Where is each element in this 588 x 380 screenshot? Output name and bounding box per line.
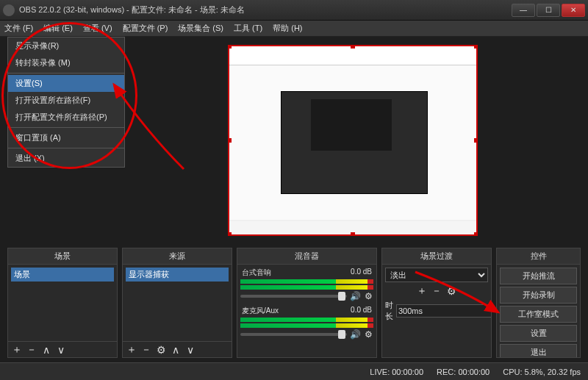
audio-meter [240,323,373,328]
mixer-panel: 混音器 台式音响 0.0 dB 🔊 ⚙ 麦克风/Aux 0.0 dB [237,248,377,358]
mixer-channel: 麦克风/Aux 0.0 dB 🔊 ⚙ [240,306,373,340]
remove-transition-button[interactable]: － [431,285,442,297]
menu-file[interactable]: 文件 (F) [4,23,33,34]
window-titlebar: OBS 22.0.2 (32-bit, windows) - 配置文件: 未命名… [0,0,588,21]
preview-nested-window [281,91,428,194]
resize-handle[interactable] [228,138,232,143]
preview-content [229,46,476,65]
status-live: LIVE: 00:00:00 [370,368,423,376]
menu-item-settings[interactable]: 设置(S) [8,75,124,92]
add-scene-button[interactable]: ＋ [11,344,23,356]
file-menu-dropdown: 显示录像(R) 转封装录像 (M) 设置(S) 打开设置所在路径(F) 打开配置… [7,37,125,168]
menu-item-open-profile-path[interactable]: 打开配置文件所在路径(P) [8,109,124,126]
source-up-button[interactable]: ∧ [170,344,182,356]
close-button[interactable]: ✕ [562,4,585,17]
add-transition-button[interactable]: ＋ [416,285,428,297]
studio-mode-button[interactable]: 工作室模式 [500,306,577,323]
window-title: OBS 22.0.2 (32-bit, windows) - 配置文件: 未命名… [19,4,512,15]
sources-panel: 来源 显示器捕获 ＋ － ⚙ ∧ ∨ [122,248,232,358]
scene-up-button[interactable]: ∧ [40,344,52,356]
source-down-button[interactable]: ∨ [184,344,196,356]
scene-down-button[interactable]: ∨ [55,344,67,356]
menu-help[interactable]: 帮助 (H) [273,23,302,34]
source-list-item[interactable]: 显示器捕获 [126,268,229,282]
menu-view[interactable]: 查看 (V) [83,23,112,34]
app-icon [3,4,15,16]
menu-item-always-on-top[interactable]: 窗口置顶 (A) [8,129,124,146]
resize-handle[interactable] [474,45,478,49]
preview-area [132,40,573,240]
resize-handle[interactable] [474,232,478,236]
menu-item-exit[interactable]: 退出 (X) [8,150,124,167]
scenes-panel: 场景 场景 ＋ － ∧ ∨ [7,248,118,358]
menu-profile[interactable]: 配置文件 (P) [123,23,168,34]
add-source-button[interactable]: ＋ [126,344,137,356]
duration-label: 时长 [385,300,393,322]
speaker-icon[interactable]: 🔊 [350,291,360,301]
scene-list-item[interactable]: 场景 [11,268,114,282]
menu-item-remux[interactable]: 转封装录像 (M) [8,54,124,71]
transition-select[interactable]: 淡出 [385,268,488,282]
mixer-channel-name: 麦克风/Aux [242,306,279,316]
start-streaming-button[interactable]: 开始推流 [500,268,577,284]
sources-header: 来源 [123,248,232,265]
scenes-header: 场景 [8,248,117,265]
gear-icon[interactable]: ⚙ [363,329,373,340]
menubar: 文件 (F) 编辑 (E) 查看 (V) 配置文件 (P) 场景集合 (S) 工… [0,21,588,37]
source-settings-button[interactable]: ⚙ [155,344,167,356]
resize-handle[interactable] [474,138,478,143]
preview-nested-inner [311,99,392,151]
preview-content [229,65,476,220]
volume-slider[interactable] [240,333,347,336]
mixer-channel: 台式音响 0.0 dB 🔊 ⚙ [240,268,373,301]
menu-edit[interactable]: 编辑 (E) [43,23,73,34]
menu-item-open-settings-path[interactable]: 打开设置所在路径(F) [8,92,124,109]
resize-handle[interactable] [351,232,355,236]
audio-meter [240,285,373,290]
status-cpu: CPU: 5.8%, 20.32 fps [503,368,581,376]
settings-button[interactable]: 设置 [500,325,577,342]
audio-meter [240,318,373,322]
remove-source-button[interactable]: － [140,344,152,356]
bottom-panels: 场景 场景 ＋ － ∧ ∨ 来源 显示器捕获 ＋ － ⚙ ∧ ∨ 混音器 台式音… [7,248,581,358]
status-rec: REC: 00:00:00 [437,368,490,376]
status-bar: LIVE: 00:00:00 REC: 00:00:00 CPU: 5.8%, … [0,362,588,380]
mixer-channel-db: 0.0 dB [351,306,372,316]
transitions-header: 场景过渡 [382,248,491,265]
menu-separator [8,127,124,128]
maximize-button[interactable]: ☐ [537,4,560,17]
resize-handle[interactable] [228,232,232,236]
minimize-button[interactable]: — [512,4,535,17]
start-recording-button[interactable]: 开始录制 [500,287,577,304]
volume-slider[interactable] [240,295,347,298]
duration-input[interactable] [396,304,491,318]
mixer-channel-db: 0.0 dB [351,268,372,278]
menu-separator [8,148,124,148]
gear-icon[interactable]: ⚙ [363,291,373,301]
transitions-panel: 场景过渡 淡出 ＋ － ⚙ 时长 [381,248,492,358]
mixer-channel-name: 台式音响 [242,268,271,278]
menu-tools[interactable]: 工具 (T) [234,23,262,34]
controls-header: 控件 [497,248,580,265]
preview-canvas[interactable] [228,45,478,236]
menu-separator [8,73,124,74]
exit-button[interactable]: 退出 [500,344,577,357]
speaker-icon[interactable]: 🔊 [350,329,360,340]
transition-settings-button[interactable]: ⚙ [445,285,457,297]
menu-scene-collection[interactable]: 场景集合 (S) [178,23,223,34]
controls-panel: 控件 开始推流 开始录制 工作室模式 设置 退出 [496,248,581,358]
mixer-header: 混音器 [237,248,376,265]
menu-item-show-recordings[interactable]: 显示录像(R) [8,37,124,54]
remove-scene-button[interactable]: － [26,344,37,356]
audio-meter [240,279,373,284]
resize-handle[interactable] [351,45,355,49]
resize-handle[interactable] [228,45,232,49]
